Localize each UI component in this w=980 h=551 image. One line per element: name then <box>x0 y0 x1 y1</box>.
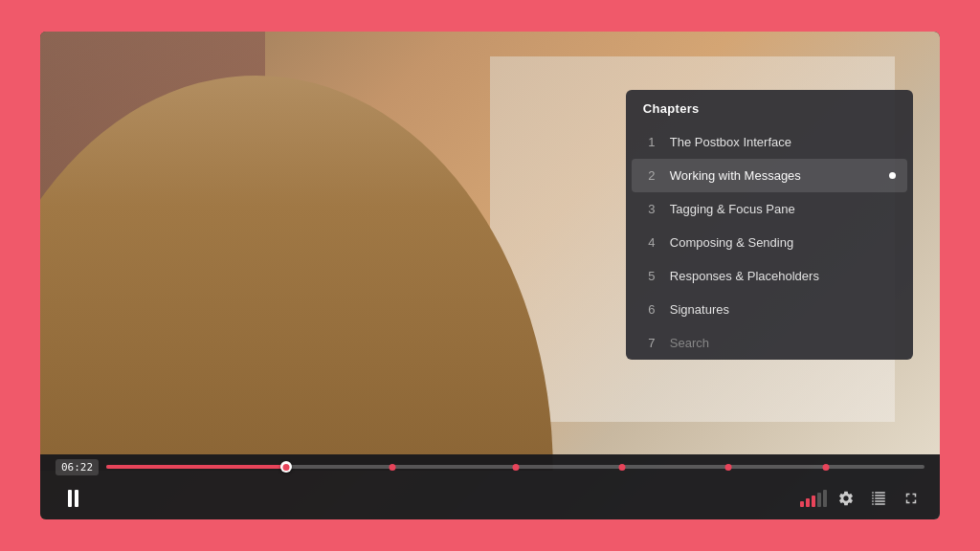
chapter-marker-4 <box>618 464 625 471</box>
chapter-name-2: Working with Messages <box>670 168 881 183</box>
right-controls <box>800 485 924 512</box>
chapter-item-5[interactable]: 5 Responses & Placeholders <box>626 259 913 293</box>
chapter-marker-3 <box>512 464 519 471</box>
chapter-number-2: 2 <box>643 168 660 183</box>
progress-row: 06:22 <box>56 459 924 475</box>
volume-control[interactable] <box>800 490 827 507</box>
chapter-item-6[interactable]: 6 Signatures <box>626 293 913 326</box>
chapter-name-5: Responses & Placeholders <box>670 269 896 283</box>
vol-bar-2 <box>806 498 810 507</box>
chapter-item-7[interactable]: 7 Search <box>626 326 913 360</box>
chapters-title: Chapters <box>626 90 913 125</box>
pause-button[interactable] <box>56 481 90 516</box>
fullscreen-icon <box>902 490 920 507</box>
chapter-item-4[interactable]: 4 Composing & Sending <box>626 226 913 259</box>
chapters-panel: Chapters 1 The Postbox Interface 2 Worki… <box>626 90 913 360</box>
chapter-item-1[interactable]: 1 The Postbox Interface <box>626 125 913 159</box>
vol-bar-1 <box>800 501 804 507</box>
chapter-name-3: Tagging & Focus Pane <box>670 202 896 216</box>
chapters-button[interactable] <box>865 485 892 512</box>
time-display: 06:22 <box>56 459 99 475</box>
chapter-item-2[interactable]: 2 Working with Messages <box>632 159 907 192</box>
pause-bar-left <box>68 490 72 507</box>
chapter-name-7: Search <box>670 336 896 350</box>
chapter-number-1: 1 <box>643 135 660 149</box>
vol-bar-4 <box>817 493 821 507</box>
vol-bar-5 <box>823 490 827 507</box>
chapter-number-7: 7 <box>643 336 660 350</box>
video-player[interactable]: Chapters 1 The Postbox Interface 2 Worki… <box>40 32 940 519</box>
fullscreen-button[interactable] <box>898 485 924 512</box>
chapter-name-1: The Postbox Interface <box>670 135 896 149</box>
pause-icon <box>68 490 78 507</box>
chapter-number-3: 3 <box>643 202 660 216</box>
chapter-number-5: 5 <box>643 269 660 283</box>
chapter-active-dot <box>889 172 896 179</box>
controls-bar: 06:22 <box>40 454 940 519</box>
progress-track[interactable] <box>106 465 924 469</box>
pause-bar-right <box>75 490 78 507</box>
list-icon <box>870 490 887 507</box>
chapter-name-4: Composing & Sending <box>670 235 896 250</box>
chapter-marker-1 <box>283 464 290 471</box>
progress-fill <box>106 465 286 469</box>
chapter-marker-2 <box>390 464 396 471</box>
vol-bar-3 <box>812 496 815 507</box>
chapter-marker-5 <box>724 464 731 471</box>
controls-bottom <box>56 481 924 516</box>
settings-button[interactable] <box>833 485 859 512</box>
chapter-number-6: 6 <box>643 302 660 317</box>
chapter-marker-6 <box>823 464 830 471</box>
chapter-number-4: 4 <box>643 235 660 250</box>
gear-icon <box>837 490 855 507</box>
chapter-name-6: Signatures <box>670 302 896 317</box>
chapter-item-3[interactable]: 3 Tagging & Focus Pane <box>626 192 913 226</box>
